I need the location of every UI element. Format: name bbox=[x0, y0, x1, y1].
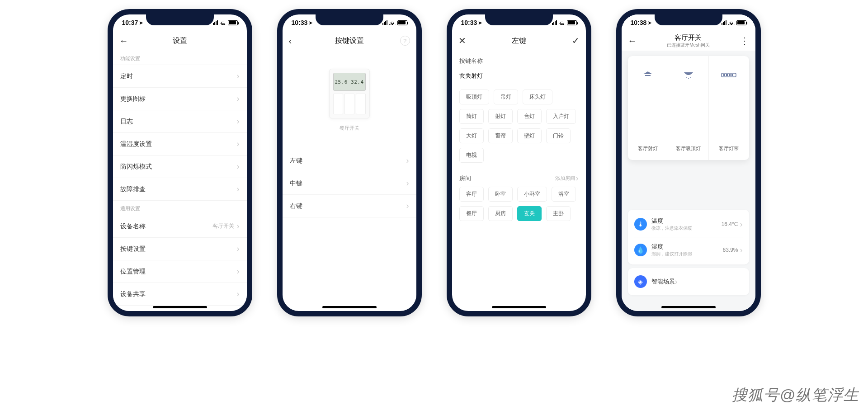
svg-point-0 bbox=[686, 77, 687, 78]
section-room: 房间 bbox=[459, 174, 471, 183]
name-chip[interactable]: 台灯 bbox=[517, 109, 542, 124]
help-button[interactable]: ? bbox=[400, 31, 410, 51]
nav-bar: ← 客厅开关 已连接蓝牙Mesh网关 ⋮ bbox=[622, 31, 755, 51]
notch bbox=[485, 14, 553, 25]
env-title: 温度 bbox=[651, 217, 692, 225]
settings-row[interactable]: 定时› bbox=[113, 65, 247, 88]
back-button[interactable]: ‹ bbox=[289, 31, 292, 51]
env-row[interactable]: 🌡温度微凉，注意添衣保暖16.4°C› bbox=[634, 212, 743, 237]
room-chip[interactable]: 小卧室 bbox=[517, 187, 547, 202]
page-subtitle: 已连接蓝牙Mesh网关 bbox=[667, 42, 709, 48]
battery-icon bbox=[736, 20, 746, 25]
name-chip[interactable]: 入户灯 bbox=[546, 109, 576, 124]
chevron-right-icon: › bbox=[237, 244, 240, 254]
key-name-input[interactable] bbox=[459, 69, 579, 83]
chevron-right-icon: › bbox=[237, 117, 240, 126]
back-button[interactable]: ← bbox=[119, 31, 128, 51]
light-icon bbox=[680, 70, 697, 80]
add-room-button[interactable]: 添加房间› bbox=[555, 174, 579, 183]
chevron-right-icon: › bbox=[237, 139, 240, 149]
name-chip[interactable]: 门铃 bbox=[546, 128, 571, 143]
section-label: 功能设置 bbox=[113, 51, 247, 65]
phone-3-frame: 10:33➤ ✕ 左键 ✓ 按键名称 吸顶灯吊灯床头灯筒灯射灯台灯入户灯大灯窗帘… bbox=[447, 9, 591, 316]
row-label: 防闪烁模式 bbox=[120, 163, 152, 171]
name-chip[interactable]: 电视 bbox=[459, 148, 484, 163]
wifi-icon bbox=[389, 20, 396, 25]
scene-label: 智能场景 bbox=[651, 278, 675, 286]
name-chip[interactable]: 筒灯 bbox=[459, 109, 484, 124]
env-desc: 湿润，建议打开除湿 bbox=[651, 251, 692, 257]
more-button[interactable]: ⋮ bbox=[740, 31, 749, 51]
svg-rect-5 bbox=[726, 74, 728, 76]
home-indicator[interactable] bbox=[322, 306, 377, 308]
room-chip[interactable]: 厨房 bbox=[488, 206, 513, 221]
status-time: 10:38 bbox=[631, 19, 647, 26]
row-label: 定时 bbox=[120, 72, 133, 80]
row-label: 按键设置 bbox=[120, 245, 146, 253]
settings-row[interactable]: 设备名称客厅开关› bbox=[113, 215, 247, 238]
wifi-icon bbox=[220, 20, 226, 25]
settings-row[interactable]: 按键设置› bbox=[113, 238, 247, 260]
scene-icon: ◈ bbox=[634, 275, 647, 288]
confirm-button[interactable]: ✓ bbox=[572, 31, 580, 51]
name-chip[interactable]: 大灯 bbox=[459, 128, 484, 143]
home-indicator[interactable] bbox=[153, 306, 207, 308]
status-time: 10:37 bbox=[122, 19, 138, 26]
key-row[interactable]: 右键› bbox=[283, 195, 416, 217]
home-indicator[interactable] bbox=[661, 306, 716, 308]
room-chip[interactable]: 餐厅 bbox=[459, 206, 484, 221]
room-chip[interactable]: 客厅 bbox=[459, 187, 484, 202]
row-label: 右键 bbox=[290, 202, 302, 210]
location-icon: ➤ bbox=[309, 20, 312, 25]
chevron-right-icon: › bbox=[740, 245, 743, 255]
nav-bar: ← 设置 bbox=[113, 31, 247, 51]
switch-pane[interactable]: 客厅射灯 bbox=[628, 56, 669, 160]
chevron-right-icon: › bbox=[406, 201, 409, 211]
room-chip[interactable]: 玄关 bbox=[517, 206, 542, 221]
switch-label: 客厅灯带 bbox=[719, 145, 739, 152]
settings-row[interactable]: 故障排查› bbox=[113, 178, 247, 201]
switch-pane[interactable]: 客厅吸顶灯 bbox=[668, 56, 709, 160]
settings-row[interactable]: 日志› bbox=[113, 110, 247, 133]
chevron-right-icon: › bbox=[237, 94, 240, 104]
settings-row[interactable]: 更换图标› bbox=[113, 88, 247, 110]
room-chip[interactable]: 卧室 bbox=[488, 187, 513, 202]
settings-row[interactable]: 位置管理› bbox=[113, 260, 247, 283]
battery-icon bbox=[397, 20, 407, 25]
name-chip[interactable]: 射灯 bbox=[488, 109, 513, 124]
env-row[interactable]: 💧湿度湿润，建议打开除湿63.9%› bbox=[634, 237, 743, 263]
home-indicator[interactable] bbox=[492, 306, 546, 308]
room-chip[interactable]: 主卧 bbox=[546, 206, 571, 221]
key-row[interactable]: 中键› bbox=[283, 172, 416, 195]
key-row[interactable]: 左键› bbox=[283, 150, 416, 172]
phone-2-frame: 10:33➤ ‹ 按键设置 ? 25.6 32.4 餐厅开关 左键›中键›右键› bbox=[277, 9, 422, 316]
name-chip[interactable]: 窗帘 bbox=[488, 128, 513, 143]
back-button[interactable]: ← bbox=[628, 31, 637, 51]
row-label: 日志 bbox=[120, 118, 133, 126]
room-chip[interactable]: 浴室 bbox=[552, 187, 576, 202]
chevron-right-icon: › bbox=[406, 179, 409, 188]
env-card: 🌡温度微凉，注意添衣保暖16.4°C›💧湿度湿润，建议打开除湿63.9%› bbox=[628, 210, 749, 264]
name-chip[interactable]: 壁灯 bbox=[517, 128, 542, 143]
signal-icon bbox=[213, 20, 218, 25]
name-chip[interactable]: 吸顶灯 bbox=[459, 90, 489, 104]
env-title: 湿度 bbox=[651, 243, 692, 251]
settings-row[interactable]: 防闪烁模式› bbox=[113, 156, 247, 178]
status-time: 10:33 bbox=[292, 19, 308, 26]
close-button[interactable]: ✕ bbox=[458, 31, 466, 51]
settings-row[interactable]: 设备共享› bbox=[113, 283, 247, 306]
name-chip[interactable]: 吊灯 bbox=[494, 90, 518, 104]
chevron-right-icon: › bbox=[237, 289, 240, 299]
name-chip[interactable]: 床头灯 bbox=[523, 90, 552, 104]
nav-bar: ‹ 按键设置 ? bbox=[283, 31, 416, 51]
chevron-right-icon: › bbox=[237, 267, 240, 276]
scene-card[interactable]: ◈ 智能场景 › bbox=[628, 268, 749, 295]
nav-bar: ✕ 左键 ✓ bbox=[452, 31, 586, 51]
switch-pane[interactable]: 客厅灯带 bbox=[709, 56, 749, 160]
wifi-icon bbox=[728, 20, 735, 25]
wifi-icon bbox=[559, 20, 565, 25]
settings-row[interactable]: 温湿度设置› bbox=[113, 133, 247, 156]
device-illustration: 25.6 32.4 餐厅开关 bbox=[283, 51, 416, 136]
row-label: 故障排查 bbox=[120, 185, 146, 193]
row-label: 温湿度设置 bbox=[120, 140, 152, 148]
